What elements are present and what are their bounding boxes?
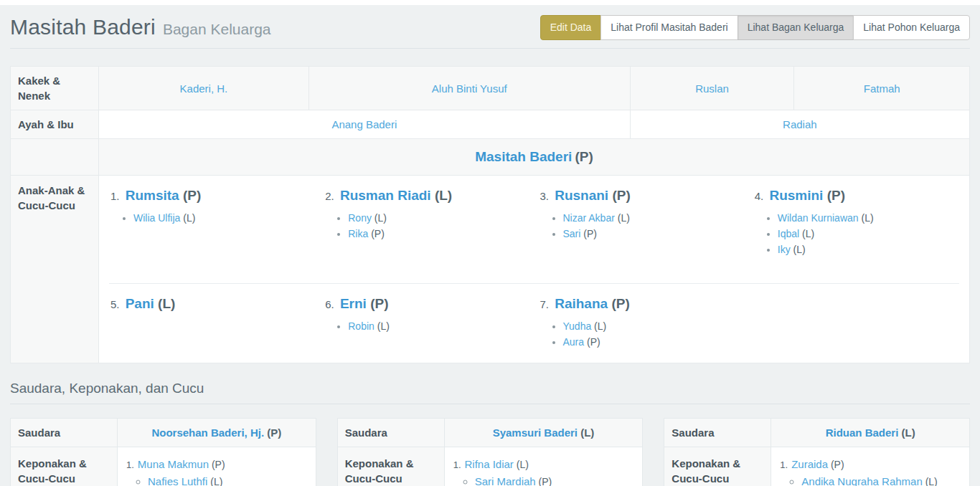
gender-badge: (L): [514, 459, 529, 470]
child-block: 4. Rusmini (P)Wildan Kurniawan (L)Iqbal …: [749, 178, 963, 273]
sibling-card-0: SaudaraNoorsehan Baderi, Hj. (P)Keponaka…: [10, 418, 316, 486]
family-chart-page: Masitah Baderi Bagan Keluarga Edit DataL…: [0, 0, 980, 486]
person-link-sibling[interactable]: Riduan Baderi: [826, 427, 899, 439]
grandparent-cell: Ruslan: [630, 67, 794, 110]
gender-badge: (P): [823, 188, 845, 203]
family-table: Kakek & Nenek Kaderi, H. Aluh Binti Yusu…: [10, 66, 970, 363]
person-link-self[interactable]: Masitah Baderi: [475, 149, 572, 164]
page-title: Masitah Baderi: [10, 15, 156, 39]
sibling-label: Saudara: [337, 419, 444, 447]
children-grid: 1. Rumsita (P)Wilia Ulfija (L)2. Rusman …: [99, 176, 970, 363]
grandchildren-list: Robin (L): [325, 320, 528, 332]
nephews-label: Keponakan & Cucu-Cucu: [337, 447, 444, 486]
person-link-grandchild[interactable]: Yudha: [563, 320, 592, 332]
person-link-grandchild[interactable]: Iqbal: [778, 228, 799, 239]
person-link-grandchild[interactable]: Wilia Ulfija: [133, 212, 180, 224]
title-block: Masitah Baderi Bagan Keluarga: [10, 15, 271, 39]
content-area: Masitah Baderi Bagan Keluarga Edit DataL…: [0, 5, 980, 486]
child-block: 7. Raihana (P)Yudha (L)Aura (P): [534, 287, 749, 356]
person-link-grandchild[interactable]: Robin: [348, 320, 374, 332]
child-heading: 6. Erni (P): [325, 295, 528, 313]
person-link-child[interactable]: Pani: [126, 296, 154, 311]
sibling-card-1: SaudaraSyamsuri Baderi (L)Keponakan & Cu…: [337, 418, 644, 486]
sibling-label: Saudara: [11, 419, 118, 447]
nephews-list: 1.Zuraida (P)Andika Nugraha Rahman (L): [780, 457, 963, 486]
person-link-grandfather-paternal[interactable]: Kaderi, H.: [180, 82, 228, 95]
child-number: 4.: [755, 190, 767, 202]
header-divider: [10, 48, 970, 49]
person-link-child[interactable]: Rusmini: [769, 188, 823, 203]
person-link-sibling[interactable]: Noorsehan Baderi, Hj.: [151, 427, 264, 439]
grandparent-cell: Kaderi, H.: [99, 67, 309, 110]
nephews-label: Keponakan & Cucu-Cucu: [664, 447, 771, 486]
page-header: Masitah Baderi Bagan Keluarga Edit DataL…: [10, 5, 970, 42]
person-link-grandchild[interactable]: Rika: [348, 228, 368, 239]
grandchild-item: Rika (P): [348, 228, 528, 239]
gender-badge: (P): [536, 476, 552, 486]
person-link-child[interactable]: Rumsita: [126, 188, 179, 203]
gender-badge: (L): [591, 320, 606, 332]
person-link-grandchild[interactable]: Sari: [563, 228, 581, 239]
grandchild-item: Iky (L): [778, 244, 958, 255]
child-block: 1. Rumsita (P)Wilia Ulfija (L): [105, 178, 319, 273]
gender-badge: (P): [828, 459, 844, 470]
grandchildren-list: Wildan Kurniawan (L)Iqbal (L)Iky (L): [755, 212, 958, 255]
gender-badge: (L): [859, 212, 874, 224]
sibling-table: SaudaraRiduan Baderi (L)Keponakan & Cucu…: [664, 418, 970, 486]
self-row: Masitah Baderi (P): [11, 139, 970, 176]
grandchildren-list: Rony (L)Rika (P): [325, 212, 528, 239]
gender-badge: (P): [209, 459, 225, 470]
person-link-nephew[interactable]: Zuraida: [791, 458, 828, 470]
person-link-child[interactable]: Raihana: [555, 296, 608, 311]
toolbar-button-0[interactable]: Edit Data: [540, 15, 602, 40]
person-link-nephew[interactable]: Rifna Idiar: [465, 458, 514, 470]
grandchildren-list: Yudha (L)Aura (P): [540, 320, 743, 348]
person-link-sibling[interactable]: Syamsuri Baderi: [493, 427, 578, 439]
person-link-grandchild[interactable]: Iky: [778, 244, 791, 255]
person-link-grandchild[interactable]: Aura: [563, 336, 585, 348]
grandchild-item: Iqbal (L): [778, 228, 958, 239]
person-link-nephew-child[interactable]: Andika Nugraha Rahman: [801, 475, 922, 486]
person-link-father[interactable]: Anang Baderi: [331, 118, 397, 130]
page-subtitle: Bagan Keluarga: [163, 21, 271, 38]
gender-badge: (P): [584, 336, 600, 348]
person-link-mother[interactable]: Radiah: [783, 118, 817, 130]
toolbar-button-3[interactable]: Lihat Pohon Keluarga: [853, 15, 970, 40]
gender-badge: (L): [154, 296, 176, 311]
nephews-cell: 1.Rifna Idiar (L)Sari Mardiah (P): [444, 447, 643, 486]
grandchild-item: Nizar Akbar (L): [563, 212, 743, 224]
gender-badge: (L): [923, 476, 938, 486]
child-heading: 7. Raihana (P): [540, 295, 743, 313]
person-link-child[interactable]: Rusnani: [555, 188, 608, 203]
person-link-grandmother-paternal[interactable]: Aluh Binti Yusuf: [432, 82, 507, 95]
nephews-row: Keponakan & Cucu-Cucu1.Zuraida (P)Andika…: [664, 447, 970, 486]
person-link-child[interactable]: Erni: [340, 296, 367, 311]
grandchild-item: Sari (P): [563, 228, 743, 239]
gender-badge: (L): [374, 320, 390, 332]
person-link-grandchild[interactable]: Rony: [348, 212, 372, 224]
nephew-number: 1.: [126, 459, 134, 470]
self-row-empty-label: [11, 139, 99, 176]
child-heading: 3. Rusnani (P): [540, 187, 743, 205]
person-link-nephew-child[interactable]: Sari Mardiah: [475, 475, 536, 486]
nephews-cell: 1.Zuraida (P)Andika Nugraha Rahman (L): [771, 447, 970, 486]
person-link-grandchild[interactable]: Nizar Akbar: [563, 212, 615, 224]
child-block: 2. Rusman Riadi (L)Rony (L)Rika (P): [319, 178, 534, 273]
toolbar-button-2[interactable]: Lihat Bagan Keluarga: [738, 15, 854, 40]
person-link-grandchild[interactable]: Wildan Kurniawan: [778, 212, 859, 224]
nephew-child-item: Sari Mardiah (P): [475, 475, 637, 486]
person-link-nephew-child[interactable]: Nafies Luthfi: [148, 475, 207, 486]
person-link-grandmother-maternal[interactable]: Fatmah: [864, 82, 900, 95]
nephew-children-list: Sari Mardiah (P): [453, 475, 637, 486]
gender-badge: (L): [799, 228, 814, 239]
sibling-cards-row: SaudaraNoorsehan Baderi, Hj. (P)Keponaka…: [10, 418, 970, 486]
person-link-grandfather-maternal[interactable]: Ruslan: [695, 82, 729, 95]
person-link-child[interactable]: Rusman Riadi: [340, 188, 431, 203]
gender-badge: (L): [431, 188, 453, 203]
grandchildren-list: Wilia Ulfija (L): [110, 212, 314, 224]
toolbar-button-1[interactable]: Lihat Profil Masitah Baderi: [600, 15, 738, 40]
sibling-name-cell: Noorsehan Baderi, Hj. (P): [117, 419, 316, 447]
child-heading: 2. Rusman Riadi (L): [325, 187, 528, 205]
gender-badge: (P): [580, 228, 597, 239]
person-link-nephew[interactable]: Muna Makmun: [138, 458, 209, 470]
